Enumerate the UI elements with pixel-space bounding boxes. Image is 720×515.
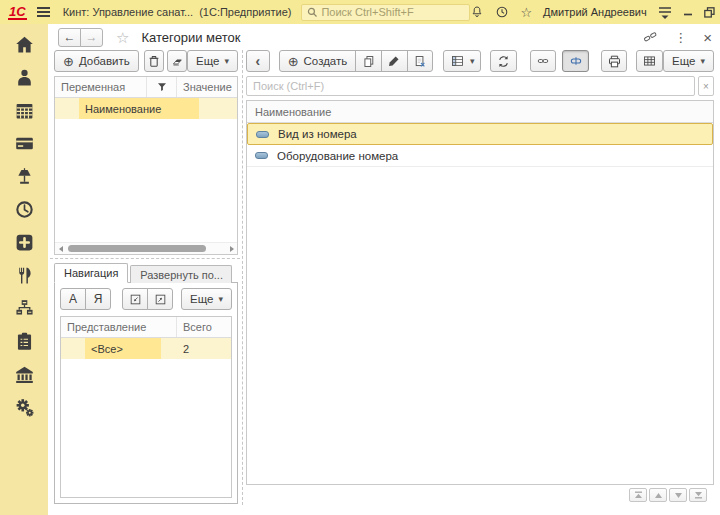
nav-table-header: Представление Всего	[61, 317, 231, 338]
nav-table: Представление Всего <Все> 2	[60, 316, 232, 498]
main-menu-button[interactable]	[36, 6, 51, 18]
minimize-icon	[683, 7, 693, 17]
menu-arrow-icon	[658, 6, 672, 19]
plus-circle-icon: ⊕	[63, 54, 74, 69]
sidebar-item-payments[interactable]	[13, 132, 35, 154]
add-button[interactable]: ⊕ Добавить	[54, 50, 139, 72]
search-clear-button[interactable]: ×	[698, 76, 714, 96]
sidebar-item-tasks[interactable]	[13, 330, 35, 352]
sidebar-item-organizations[interactable]	[13, 363, 35, 385]
set-link-button[interactable]	[530, 50, 557, 72]
list-column-header[interactable]: Наименование	[247, 101, 713, 123]
eraser-icon	[170, 55, 185, 68]
vertical-splitter[interactable]	[242, 50, 243, 505]
sections-sidebar	[0, 24, 48, 515]
sidebar-item-add-services[interactable]	[13, 231, 35, 253]
go-first-button[interactable]	[629, 488, 647, 502]
props-row-name: Наименование	[79, 98, 199, 119]
props-table-header: Переменная Значение	[55, 77, 237, 98]
create-button-label: Создать	[304, 55, 348, 67]
person-icon	[14, 67, 35, 88]
nav-row-selected[interactable]: <Все> 2	[61, 338, 231, 359]
column-view[interactable]: Представление	[61, 317, 177, 337]
copy-button[interactable]	[355, 50, 382, 72]
close-form-button[interactable]: ×	[703, 30, 712, 45]
sidebar-item-guests[interactable]	[13, 66, 35, 88]
list-search-row: ×	[246, 76, 714, 96]
list-search-input[interactable]	[246, 76, 695, 96]
output-list-button[interactable]	[636, 50, 663, 72]
refresh-button[interactable]	[490, 50, 517, 72]
scroll-right-button[interactable]	[226, 243, 237, 254]
props-more-button[interactable]: Еще ▾	[187, 50, 238, 72]
history-button[interactable]	[495, 5, 509, 19]
document-delete-icon	[413, 54, 427, 69]
list-row[interactable]: Вид из номера	[247, 123, 713, 145]
plus-circle-icon: ⊕	[288, 54, 299, 69]
print-button[interactable]	[601, 50, 628, 72]
restaurant-icon	[14, 265, 35, 286]
props-row-selected[interactable]: Наименование	[55, 98, 237, 119]
nav-tabs: Навигация Развернуть по...	[54, 263, 238, 283]
minimize-button[interactable]	[683, 7, 693, 17]
scroll-left-button[interactable]	[55, 243, 66, 254]
sidebar-item-booking[interactable]	[13, 99, 35, 121]
nav-row-view: <Все>	[85, 338, 161, 359]
sidebar-item-schedule[interactable]	[13, 198, 35, 220]
list-more-button[interactable]: Еще ▾	[663, 50, 714, 72]
go-last-button[interactable]	[689, 488, 707, 502]
clear-button[interactable]	[167, 50, 187, 72]
column-total[interactable]: Всего	[177, 317, 231, 337]
chain-link-icon	[535, 55, 551, 67]
triangle-left-icon	[59, 246, 63, 252]
filter-button[interactable]	[147, 77, 177, 97]
create-button[interactable]: ⊕ Создать	[279, 50, 357, 72]
service-menu-button[interactable]	[658, 6, 672, 19]
notifications-button[interactable]	[470, 5, 484, 19]
app-title: Кинт: Управление санат...	[63, 6, 194, 18]
get-link-button[interactable]	[643, 30, 658, 44]
tab-expand-by[interactable]: Развернуть по...	[130, 265, 232, 283]
add-to-favorites-star[interactable]: ☆	[116, 30, 129, 45]
column-variable[interactable]: Переменная	[55, 77, 147, 97]
list-row[interactable]: Оборудование номера	[247, 145, 713, 167]
edit-button[interactable]	[381, 50, 408, 72]
sort-asc-button[interactable]: А	[60, 288, 86, 310]
sidebar-item-reception[interactable]	[13, 165, 35, 187]
go-previous-button[interactable]	[649, 488, 667, 502]
sort-desc-button[interactable]: Я	[85, 288, 111, 310]
list-view-mode-button[interactable]: ▾	[443, 50, 481, 72]
current-user[interactable]: Дмитрий Андреевич	[543, 6, 647, 18]
horizontal-scrollbar	[55, 242, 237, 254]
link-icon	[643, 30, 658, 44]
mark-deletion-button[interactable]	[407, 50, 434, 72]
list-toolbar: ‹ ⊕ Создать ▾	[246, 50, 714, 72]
delete-button[interactable]	[144, 50, 164, 72]
refresh-icon	[496, 54, 511, 69]
payment-card-icon	[14, 133, 35, 154]
horizontal-splitter[interactable]	[50, 258, 240, 259]
back-button[interactable]: ‹	[246, 50, 270, 72]
favorites-button[interactable]: ☆	[520, 6, 532, 19]
expand-button[interactable]	[147, 288, 173, 310]
nav-more-button[interactable]: Еще ▾	[181, 288, 232, 310]
history-forward-button[interactable]: →	[80, 28, 103, 47]
list-pager	[246, 488, 714, 502]
add-button-label: Добавить	[79, 55, 130, 67]
global-search-input[interactable]	[319, 5, 465, 19]
restore-button[interactable]	[704, 7, 715, 18]
go-next-button[interactable]	[669, 488, 687, 502]
column-value[interactable]: Значение	[177, 77, 237, 97]
tab-navigation[interactable]: Навигация	[54, 263, 128, 283]
catalog-item-icon	[255, 152, 268, 159]
collapse-button[interactable]	[122, 288, 148, 310]
clipboard-icon	[14, 331, 35, 352]
scrollbar-thumb[interactable]	[68, 245, 206, 252]
preview-pane-toggle-button[interactable]	[562, 50, 589, 72]
history-back-button[interactable]: ←	[58, 28, 81, 47]
sidebar-item-structure[interactable]	[13, 297, 35, 319]
more-actions-kebab[interactable]: ⋮	[674, 30, 687, 45]
sidebar-item-settings[interactable]	[13, 396, 35, 418]
sidebar-item-restaurant[interactable]	[13, 264, 35, 286]
sidebar-item-home[interactable]	[13, 33, 35, 55]
